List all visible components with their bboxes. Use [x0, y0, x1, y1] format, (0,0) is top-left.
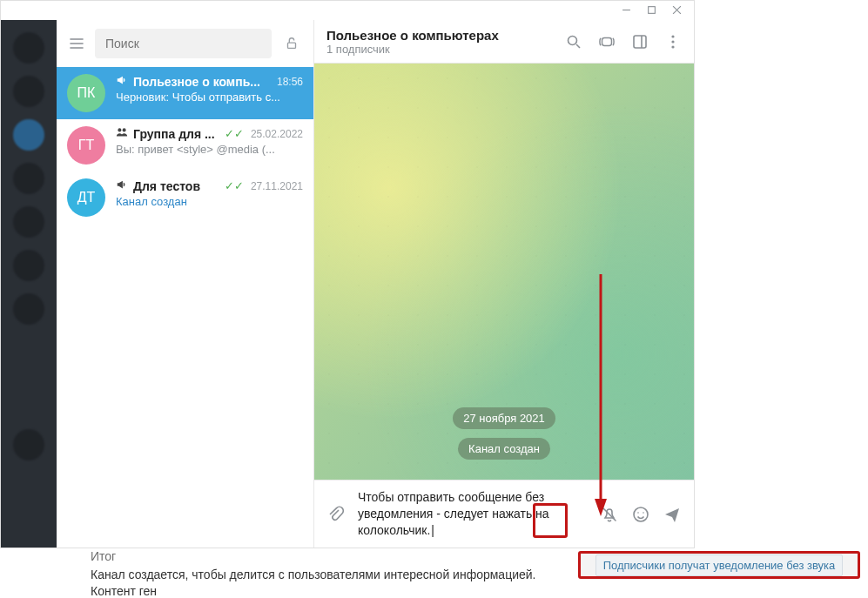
system-message: Канал создан: [458, 438, 550, 460]
silent-bell-icon[interactable]: [600, 505, 619, 524]
chat-time: 27.11.2021: [251, 180, 303, 192]
chat-header-info[interactable]: Польезное о компьютерах 1 подписчик: [326, 28, 553, 56]
silent-notification-tooltip: Подписчики получат уведомление без звука: [595, 554, 844, 576]
maximize-icon[interactable]: [647, 5, 656, 17]
svg-line-11: [576, 44, 580, 48]
svg-rect-7: [288, 43, 296, 48]
send-icon[interactable]: [663, 505, 682, 524]
search-row: [57, 20, 313, 67]
svg-point-9: [123, 128, 126, 131]
chat-time: 18:56: [277, 76, 303, 88]
chat-list: ПК Польезное о компь... 18:56 Черновик: …: [57, 67, 313, 548]
svg-point-17: [671, 45, 674, 48]
left-edge-gutter: [1, 20, 57, 548]
chat-title: Группа для ...: [133, 127, 219, 141]
svg-rect-13: [634, 36, 646, 48]
svg-rect-1: [649, 6, 656, 13]
attach-icon[interactable]: [326, 505, 346, 524]
megaphone-icon: [116, 178, 128, 193]
side-panel-icon[interactable]: [631, 33, 649, 50]
compose-input[interactable]: Чтобы отправить сообщение без уведомлени…: [358, 489, 588, 539]
chat-title: Для тестов: [133, 179, 219, 193]
search-icon[interactable]: [565, 33, 582, 50]
search-input[interactable]: [105, 37, 261, 50]
svg-point-20: [637, 512, 639, 514]
chat-header-subtitle: 1 подписчик: [326, 43, 553, 56]
avatar: ГТ: [67, 126, 105, 165]
kebab-menu-icon[interactable]: [664, 33, 682, 50]
date-separator: 27 ноября 2021: [453, 407, 555, 429]
svg-point-8: [118, 128, 121, 131]
chat-preview: Вы: привет <style> @media (...: [116, 143, 303, 156]
chat-item-channel-computers[interactable]: ПК Польезное о компь... 18:56 Черновик: …: [57, 67, 313, 119]
read-checks-icon: ✓✓: [225, 127, 244, 140]
group-icon: [116, 126, 128, 141]
window-titlebar: [1, 1, 694, 20]
chat-item-group-test[interactable]: ГТ Группа для ... ✓✓ 25.02.2022 Вы:: [57, 119, 313, 171]
chat-header: Польезное о компьютерах 1 подписчик: [314, 20, 694, 64]
emoji-icon[interactable]: [631, 505, 650, 524]
annotation-tooltip-box: Подписчики получат уведомление без звука: [578, 551, 860, 579]
minimize-icon[interactable]: [622, 5, 631, 17]
footer-heading: Итог: [91, 548, 578, 565]
article-footer: Итог Канал создается, чтобы делится с по…: [91, 548, 578, 598]
compose-bar: Чтобы отправить сообщение без уведомлени…: [314, 480, 694, 548]
messages-area[interactable]: 27 ноября 2021 Канал создан: [314, 64, 694, 480]
chat-header-title: Польезное о компьютерах: [326, 28, 553, 43]
close-icon[interactable]: [672, 5, 682, 17]
svg-rect-12: [602, 37, 612, 45]
svg-point-21: [643, 512, 644, 514]
avatar: ПК: [67, 74, 105, 112]
stream-icon[interactable]: [598, 33, 616, 50]
chat-item-channel-tests[interactable]: ДТ Для тестов ✓✓ 27.11.2021 Канал создан: [57, 171, 313, 224]
footer-body-line1: Канал создается, чтобы делится с пользов…: [91, 568, 535, 598]
read-checks-icon: ✓✓: [225, 179, 244, 192]
chat-preview: Канал создан: [116, 195, 303, 208]
chat-pane: Польезное о компьютерах 1 подписчик: [314, 20, 694, 548]
chat-time: 25.02.2022: [251, 128, 303, 140]
svg-point-15: [671, 35, 674, 37]
chat-preview: Черновик: Чтобы отправить с...: [116, 91, 303, 104]
search-input-wrap[interactable]: [95, 29, 272, 58]
svg-point-16: [671, 40, 674, 43]
chat-title: Польезное о компь...: [133, 75, 272, 89]
lock-icon[interactable]: [280, 36, 303, 51]
main-row: ПК Польезное о компь... 18:56 Черновик: …: [1, 20, 694, 548]
svg-line-18: [603, 508, 616, 521]
svg-point-19: [634, 507, 648, 521]
megaphone-icon: [116, 74, 128, 89]
telegram-window: ПК Польезное о компь... 18:56 Черновик: …: [0, 0, 695, 548]
avatar: ДТ: [67, 178, 105, 217]
hamburger-icon[interactable]: [67, 34, 86, 53]
sidebar: ПК Польезное о компь... 18:56 Черновик: …: [57, 20, 314, 548]
svg-point-10: [569, 36, 577, 44]
